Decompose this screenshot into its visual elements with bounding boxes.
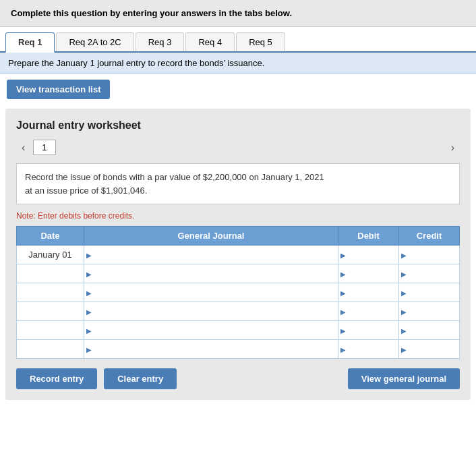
table-row: [17, 283, 460, 302]
debit-cell-3[interactable]: [338, 283, 399, 302]
journal-cell-2[interactable]: [84, 264, 338, 283]
nav-right-arrow[interactable]: ›: [446, 140, 460, 155]
debit-cell-5[interactable]: [338, 321, 399, 340]
debit-cell-2[interactable]: [338, 264, 399, 283]
credit-input-2[interactable]: [399, 264, 459, 283]
journal-cell-4[interactable]: [84, 302, 338, 321]
debit-input-4[interactable]: [338, 302, 398, 320]
journal-input-1[interactable]: [84, 246, 338, 264]
journal-cell-1[interactable]: [84, 246, 338, 264]
debit-input-2[interactable]: [338, 264, 398, 283]
page-nav: ‹ 1 ›: [16, 140, 460, 155]
credit-cell-5[interactable]: [399, 321, 460, 340]
credit-cell-6[interactable]: [399, 340, 460, 359]
table-row: [17, 321, 460, 340]
credit-input-6[interactable]: [399, 340, 459, 358]
col-header-credit: Credit: [399, 227, 460, 246]
table-row: January 01: [17, 246, 460, 264]
view-general-journal-button[interactable]: View general journal: [348, 368, 460, 389]
tab-req1[interactable]: Req 1: [5, 32, 55, 53]
journal-input-2[interactable]: [84, 264, 338, 283]
credit-input-3[interactable]: [399, 283, 459, 302]
credit-input-4[interactable]: [399, 302, 459, 320]
date-cell-3: [17, 283, 84, 302]
journal-cell-6[interactable]: [84, 340, 338, 359]
credit-cell-1[interactable]: [399, 246, 460, 264]
debit-cell-6[interactable]: [338, 340, 399, 359]
top-instruction: Complete this question by entering your …: [0, 0, 476, 27]
record-entry-button[interactable]: Record entry: [16, 368, 97, 389]
credit-cell-2[interactable]: [399, 264, 460, 283]
entry-description: Record the issue of bonds with a par val…: [16, 163, 460, 204]
journal-input-5[interactable]: [84, 321, 338, 339]
date-cell-2: [17, 264, 84, 283]
worksheet-title: Journal entry worksheet: [16, 119, 460, 132]
col-header-debit: Debit: [338, 227, 399, 246]
note-text: Note: Enter debits before credits.: [16, 211, 460, 221]
journal-cell-3[interactable]: [84, 283, 338, 302]
table-row: [17, 302, 460, 321]
tab-req2a2c[interactable]: Req 2A to 2C: [56, 32, 133, 51]
debit-cell-1[interactable]: [338, 246, 399, 264]
journal-cell-5[interactable]: [84, 321, 338, 340]
nav-left-arrow[interactable]: ‹: [16, 140, 30, 155]
date-cell-4: [17, 302, 84, 321]
journal-table: Date General Journal Debit Credit Januar…: [16, 226, 460, 359]
tabs-bar: Req 1 Req 2A to 2C Req 3 Req 4 Req 5: [0, 27, 476, 53]
debit-input-1[interactable]: [338, 246, 398, 264]
credit-input-1[interactable]: [399, 246, 459, 264]
worksheet-container: Journal entry worksheet ‹ 1 › Record the…: [5, 109, 471, 400]
col-header-date: Date: [17, 227, 84, 246]
tab-req4[interactable]: Req 4: [185, 32, 235, 51]
journal-input-6[interactable]: [84, 340, 338, 358]
date-cell-1: January 01: [17, 246, 84, 264]
clear-entry-button[interactable]: Clear entry: [104, 368, 177, 389]
date-cell-6: [17, 340, 84, 359]
date-cell-5: [17, 321, 84, 340]
debit-input-5[interactable]: [338, 321, 398, 339]
credit-cell-4[interactable]: [399, 302, 460, 321]
journal-input-4[interactable]: [84, 302, 338, 320]
debit-input-6[interactable]: [338, 340, 398, 358]
tab-instruction: Prepare the January 1 journal entry to r…: [0, 53, 476, 74]
debit-cell-4[interactable]: [338, 302, 399, 321]
journal-input-3[interactable]: [84, 283, 338, 302]
tab-req3[interactable]: Req 3: [136, 32, 185, 51]
tab-req5[interactable]: Req 5: [236, 32, 285, 51]
page-number: 1: [33, 140, 55, 155]
table-row: [17, 264, 460, 283]
credit-input-5[interactable]: [399, 321, 459, 339]
table-row: [17, 340, 460, 359]
debit-input-3[interactable]: [338, 283, 398, 302]
col-header-journal: General Journal: [84, 227, 338, 246]
credit-cell-3[interactable]: [399, 283, 460, 302]
action-buttons: Record entry Clear entry View general jo…: [16, 368, 460, 389]
view-transaction-button[interactable]: View transaction list: [7, 80, 110, 99]
